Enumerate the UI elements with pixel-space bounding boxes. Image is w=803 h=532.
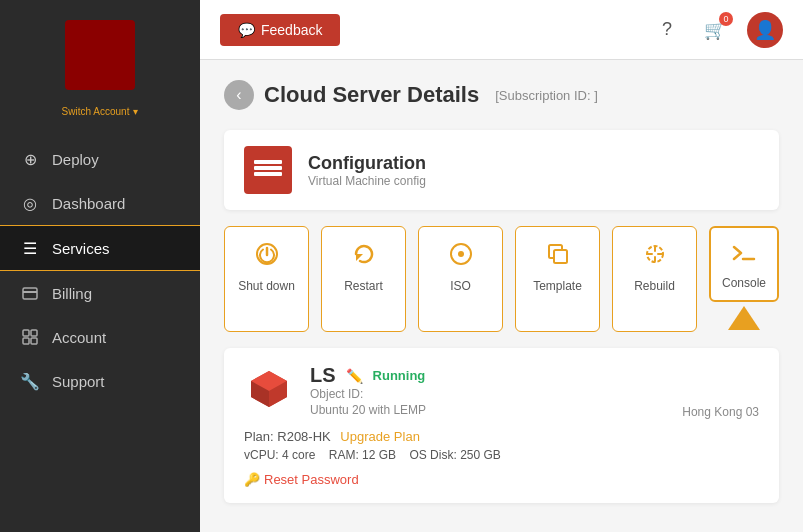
back-button[interactable]: ‹ <box>224 80 254 110</box>
sidebar-item-services[interactable]: ☰ Services <box>0 225 200 271</box>
server-card: LS ✏️ Running Object ID: Ubuntu 20 with … <box>224 348 779 503</box>
console-wrapper: Console <box>709 226 779 332</box>
billing-icon <box>20 283 40 303</box>
switch-account-label: Switch Account <box>62 106 130 117</box>
arrow-up-indicator <box>726 304 762 332</box>
svg-point-9 <box>272 160 276 164</box>
svg-point-10 <box>260 166 264 170</box>
svg-rect-3 <box>31 330 37 336</box>
server-name: LS <box>310 364 336 387</box>
svg-rect-7 <box>254 166 282 170</box>
sidebar-item-account[interactable]: Account <box>0 315 200 359</box>
sidebar-nav: ⊕ Deploy ◎ Dashboard ☰ Services Billing <box>0 137 200 403</box>
reset-password-button[interactable]: 🔑 Reset Password <box>244 472 759 487</box>
services-icon: ☰ <box>20 238 40 258</box>
sidebar-item-label: Support <box>52 373 105 390</box>
topbar-right: ? 🛒 0 👤 <box>651 12 783 48</box>
feedback-label: Feedback <box>261 22 322 38</box>
cart-button[interactable]: 🛒 0 <box>699 14 731 46</box>
server-header: LS ✏️ Running Object ID: Ubuntu 20 with … <box>244 364 759 419</box>
restart-button[interactable]: Restart <box>321 226 406 332</box>
main-content: 💬 Feedback ? 🛒 0 👤 ‹ Cloud Server Detail… <box>200 0 803 532</box>
switch-account-button[interactable]: Switch Account ▾ <box>62 106 139 117</box>
user-icon: 👤 <box>754 19 776 41</box>
svg-rect-8 <box>254 172 282 176</box>
back-arrow-icon: ‹ <box>236 86 241 104</box>
iso-label: ISO <box>450 279 471 293</box>
sidebar-item-dashboard[interactable]: ◎ Dashboard <box>0 181 200 225</box>
sidebar-item-label: Account <box>52 329 106 346</box>
cart-badge: 0 <box>719 12 733 26</box>
svg-rect-6 <box>254 160 282 164</box>
plan-row: Plan: R208-HK Upgrade Plan <box>244 429 759 444</box>
shutdown-label: Shut down <box>238 279 295 293</box>
sidebar-item-billing[interactable]: Billing <box>0 271 200 315</box>
upgrade-plan-link[interactable]: Upgrade Plan <box>340 429 420 444</box>
svg-point-16 <box>458 251 464 257</box>
console-label: Console <box>722 276 766 290</box>
console-button[interactable]: Console <box>709 226 779 302</box>
restart-icon <box>351 241 377 273</box>
dashboard-icon: ◎ <box>20 193 40 213</box>
help-icon: ? <box>662 19 672 40</box>
sidebar-logo <box>65 20 135 90</box>
iso-button[interactable]: ISO <box>418 226 503 332</box>
svg-rect-18 <box>554 250 567 263</box>
sidebar-item-label: Services <box>52 240 110 257</box>
restart-label: Restart <box>344 279 383 293</box>
config-subtitle: Virtual Machine config <box>308 174 426 188</box>
chat-icon: 💬 <box>238 22 255 38</box>
sidebar-item-support[interactable]: 🔧 Support <box>0 359 200 403</box>
svg-marker-21 <box>728 306 760 330</box>
chevron-down-icon: ▾ <box>133 106 138 117</box>
svg-rect-1 <box>23 291 37 293</box>
support-icon: 🔧 <box>20 371 40 391</box>
svg-rect-0 <box>23 288 37 299</box>
template-icon <box>545 241 571 273</box>
svg-rect-2 <box>23 330 29 336</box>
reset-password-label: Reset Password <box>264 472 359 487</box>
page-content: ‹ Cloud Server Details [Subscription ID:… <box>200 60 803 523</box>
config-title: Configuration <box>308 153 426 174</box>
edit-icon[interactable]: ✏️ <box>346 368 363 384</box>
sidebar-item-label: Billing <box>52 285 92 302</box>
svg-rect-4 <box>23 338 29 344</box>
svg-point-11 <box>272 172 276 176</box>
sidebar: Switch Account ▾ ⊕ Deploy ◎ Dashboard ☰ … <box>0 0 200 532</box>
shutdown-button[interactable]: Shut down <box>224 226 309 332</box>
template-label: Template <box>533 279 582 293</box>
rebuild-icon <box>642 241 668 273</box>
user-avatar-button[interactable]: 👤 <box>747 12 783 48</box>
status-badge: Running <box>373 368 426 383</box>
sidebar-item-label: Deploy <box>52 151 99 168</box>
server-name-row: LS ✏️ Running <box>310 364 759 387</box>
console-icon <box>731 242 757 270</box>
config-icon <box>244 146 292 194</box>
config-info: Configuration Virtual Machine config <box>308 153 426 188</box>
feedback-button[interactable]: 💬 Feedback <box>220 14 340 46</box>
subscription-id: [Subscription ID: ] <box>495 88 598 103</box>
sidebar-item-deploy[interactable]: ⊕ Deploy <box>0 137 200 181</box>
template-button[interactable]: Template <box>515 226 600 332</box>
server-location: Hong Kong 03 <box>682 405 759 419</box>
server-object-id: Object ID: <box>310 387 426 401</box>
shutdown-icon <box>254 241 280 273</box>
key-icon: 🔑 <box>244 472 260 487</box>
server-os: Ubuntu 20 with LEMP <box>310 403 426 417</box>
server-info: LS ✏️ Running Object ID: Ubuntu 20 with … <box>310 364 759 419</box>
rebuild-label: Rebuild <box>634 279 675 293</box>
deploy-icon: ⊕ <box>20 149 40 169</box>
breadcrumb: ‹ Cloud Server Details [Subscription ID:… <box>224 80 779 110</box>
rebuild-button[interactable]: Rebuild <box>612 226 697 332</box>
specs-row: vCPU: 4 core RAM: 12 GB OS Disk: 250 GB <box>244 448 759 462</box>
topbar: 💬 Feedback ? 🛒 0 👤 <box>200 0 803 60</box>
iso-icon <box>448 241 474 273</box>
server-cube-icon <box>244 364 294 414</box>
actions-row: Shut down Restart <box>224 226 779 332</box>
sidebar-item-label: Dashboard <box>52 195 125 212</box>
page-title: Cloud Server Details <box>264 82 479 108</box>
config-card: Configuration Virtual Machine config <box>224 130 779 210</box>
help-button[interactable]: ? <box>651 14 683 46</box>
account-icon <box>20 327 40 347</box>
svg-rect-5 <box>31 338 37 344</box>
